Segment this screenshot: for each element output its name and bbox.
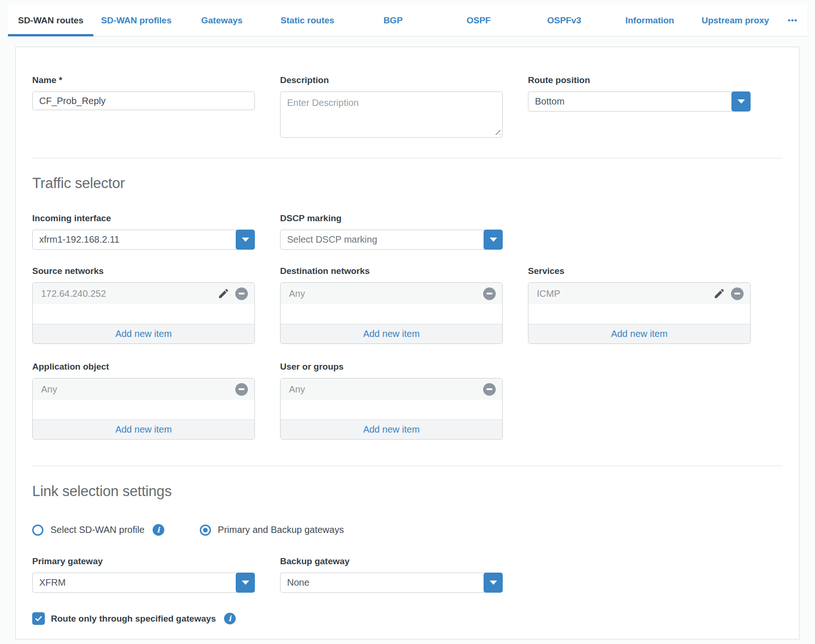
list-empty-area	[281, 304, 502, 324]
tab-bar: SD-WAN routes SD-WAN profiles Gateways S…	[8, 5, 807, 36]
remove-icon[interactable]	[235, 287, 248, 300]
tab-gateways[interactable]: Gateways	[179, 5, 265, 36]
destination-networks-group: Destination networks Any Add new item	[280, 266, 503, 344]
backup-gateway-label: Backup gateway	[280, 556, 503, 567]
add-new-item-button[interactable]: Add new item	[528, 324, 750, 343]
user-or-groups-label: User or groups	[280, 362, 503, 372]
source-networks-group: Source networks 172.64.240.252 Add new i…	[32, 266, 255, 344]
edit-icon[interactable]	[713, 287, 725, 300]
add-new-item-button[interactable]: Add new item	[33, 420, 254, 439]
primary-gateway-group: Primary gateway XFRM	[32, 556, 255, 593]
primary-gateway-dropdown-button[interactable]	[236, 573, 255, 593]
incoming-interface-dropdown-button[interactable]	[236, 230, 255, 250]
tab-bgp[interactable]: BGP	[350, 5, 436, 36]
edit-icon[interactable]	[218, 287, 230, 300]
backup-gateway-value: None	[280, 573, 485, 593]
radio-label: Primary and Backup gateways	[218, 525, 344, 535]
list-item: Any	[281, 283, 502, 304]
source-networks-box: 172.64.240.252 Add new item	[32, 282, 255, 344]
traffic-selector-heading: Traffic selector	[32, 175, 782, 192]
user-or-groups-group: User or groups Any Add new item	[280, 362, 503, 440]
add-new-item-button[interactable]: Add new item	[281, 420, 502, 439]
link-selection-heading: Link selection settings	[32, 483, 782, 500]
route-form-card: Name * Description Route position Bottom…	[15, 47, 800, 639]
destination-networks-label: Destination networks	[280, 266, 503, 276]
primary-gateway-label: Primary gateway	[32, 556, 255, 567]
services-label: Services	[528, 266, 751, 276]
tab-ospf[interactable]: OSPF	[436, 5, 521, 36]
remove-icon[interactable]	[483, 287, 496, 300]
list-item-value: Any	[289, 384, 483, 395]
tab-upstream-proxy[interactable]: Upstream proxy	[693, 5, 778, 36]
tab-ospfv3[interactable]: OSPFv3	[521, 5, 607, 36]
application-object-group: Application object Any Add new item	[32, 362, 255, 440]
incoming-interface-label: Incoming interface	[32, 213, 255, 224]
section-divider	[32, 466, 782, 466]
remove-icon[interactable]	[483, 383, 496, 396]
add-new-item-button[interactable]: Add new item	[281, 324, 502, 343]
dscp-dropdown-button[interactable]	[484, 230, 503, 250]
description-field-group: Description	[280, 75, 503, 138]
backup-gateway-group: Backup gateway None	[280, 556, 503, 593]
user-or-groups-box: Any Add new item	[280, 378, 503, 440]
name-field-group: Name *	[32, 75, 255, 110]
more-tabs-icon[interactable]: •••	[778, 5, 807, 36]
list-empty-area	[33, 304, 254, 324]
tab-static-routes[interactable]: Static routes	[265, 5, 350, 36]
services-group: Services ICMP Add new item	[528, 266, 751, 344]
info-icon[interactable]: i	[153, 524, 164, 536]
list-empty-area	[33, 400, 254, 420]
description-input[interactable]	[280, 91, 503, 138]
destination-networks-box: Any Add new item	[280, 282, 503, 344]
list-item: 172.64.240.252	[33, 283, 254, 304]
radio-select-sd-wan-profile[interactable]: Select SD-WAN profile i	[32, 524, 164, 536]
route-position-select[interactable]: Bottom	[528, 91, 751, 112]
route-position-field-group: Route position Bottom	[528, 75, 751, 112]
list-item-value: ICMP	[537, 288, 713, 299]
list-item-value: Any	[289, 288, 483, 299]
add-new-item-button[interactable]: Add new item	[33, 324, 254, 343]
list-item: Any	[33, 378, 254, 400]
source-networks-label: Source networks	[32, 266, 255, 276]
chevron-down-icon	[738, 99, 745, 104]
dscp-marking-label: DSCP marking	[280, 213, 503, 224]
route-position-dropdown-button[interactable]	[731, 91, 751, 112]
chevron-down-icon	[490, 581, 497, 585]
incoming-interface-field-group: Incoming interface xfrm1-192.168.2.11	[32, 213, 255, 250]
radio-primary-backup-gateways[interactable]: Primary and Backup gateways	[200, 525, 344, 536]
backup-gateway-select[interactable]: None	[280, 573, 503, 593]
application-object-box: Any Add new item	[32, 378, 255, 440]
list-item: ICMP	[528, 283, 750, 304]
list-empty-area	[528, 304, 750, 324]
name-label: Name *	[32, 75, 255, 85]
primary-gateway-value: XFRM	[32, 573, 238, 593]
description-label: Description	[280, 75, 503, 85]
dscp-field-group: DSCP marking Select DSCP marking	[280, 213, 503, 250]
primary-gateway-select[interactable]: XFRM	[32, 573, 255, 593]
remove-icon[interactable]	[731, 287, 744, 300]
route-position-label: Route position	[528, 75, 751, 85]
route-only-checkbox[interactable]	[32, 612, 45, 625]
services-box: ICMP Add new item	[528, 282, 751, 344]
info-icon[interactable]: i	[224, 613, 236, 624]
radio-label: Select SD-WAN profile	[50, 525, 145, 535]
route-position-value: Bottom	[528, 91, 733, 112]
radio-selected-icon[interactable]	[200, 525, 211, 536]
incoming-interface-select[interactable]: xfrm1-192.168.2.11	[32, 230, 255, 250]
dscp-marking-select[interactable]: Select DSCP marking	[280, 230, 503, 250]
chevron-down-icon	[242, 581, 249, 585]
remove-icon[interactable]	[235, 383, 248, 396]
tab-information[interactable]: Information	[607, 5, 692, 36]
list-item: Any	[281, 378, 502, 400]
list-empty-area	[281, 400, 502, 420]
route-only-checkbox-label: Route only through specified gateways	[51, 614, 216, 624]
tab-sd-wan-profiles[interactable]: SD-WAN profiles	[93, 5, 179, 36]
backup-gateway-dropdown-button[interactable]	[484, 573, 503, 593]
name-input[interactable]	[32, 91, 255, 110]
incoming-interface-value: xfrm1-192.168.2.11	[32, 230, 238, 250]
radio-unselected-icon[interactable]	[32, 525, 43, 536]
list-item-value: 172.64.240.252	[41, 288, 218, 299]
list-item-value: Any	[41, 384, 235, 395]
tab-sd-wan-routes[interactable]: SD-WAN routes	[8, 5, 93, 36]
application-object-label: Application object	[32, 362, 255, 372]
